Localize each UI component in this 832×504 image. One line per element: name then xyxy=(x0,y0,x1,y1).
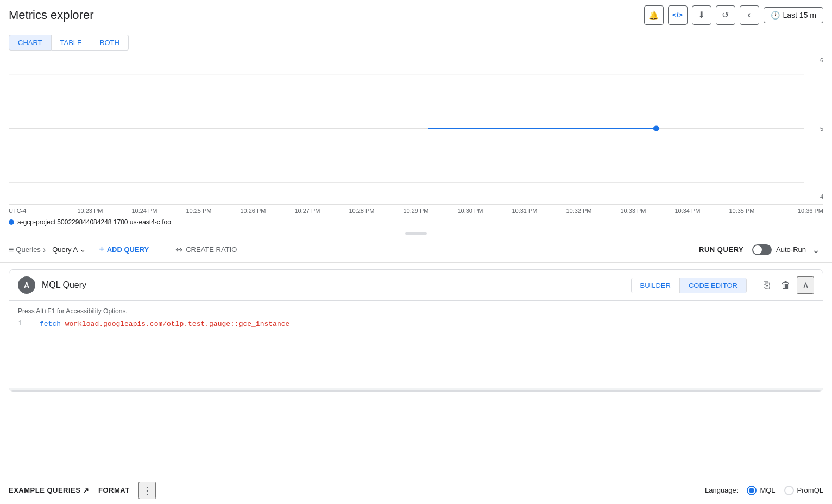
x-label-1025: 10:25 PM xyxy=(172,207,226,214)
chart-section: CHART TABLE BOTH 6 5 4 UTC-4 10:23 PM 10… xyxy=(0,30,832,230)
copy-button[interactable]: ⎘ xyxy=(758,276,775,294)
code-keyword-fetch: fetch xyxy=(40,320,61,328)
create-ratio-label: CREATE RATIO xyxy=(186,245,237,254)
link-icon-button[interactable]: ↺ xyxy=(716,5,735,25)
panel-tab-group: BUILDER CODE EDITOR xyxy=(631,278,747,293)
x-label-1036: 10:36 PM xyxy=(769,207,823,214)
create-ratio-button[interactable]: ↭ CREATE RATIO xyxy=(169,241,243,258)
download-icon: ⬇ xyxy=(698,10,705,20)
code-url: workload.googleapis.com/otlp.test.gauge:… xyxy=(61,320,289,328)
y-label-4: 4 xyxy=(807,193,823,200)
list-icon: ≡ xyxy=(9,245,14,255)
breadcrumb: ≡ Queries › xyxy=(9,245,46,255)
chart-x-axis: UTC-4 10:23 PM 10:24 PM 10:25 PM 10:26 P… xyxy=(9,205,823,215)
y-label-5: 5 xyxy=(807,125,823,132)
x-label-1031: 10:31 PM xyxy=(497,207,552,214)
x-label-1027: 10:27 PM xyxy=(280,207,335,214)
x-label-1032: 10:32 PM xyxy=(552,207,606,214)
toggle-switch[interactable] xyxy=(752,244,772,255)
query-toolbar: ≡ Queries › Query A ⌄ + ADD QUERY ↭ CREA… xyxy=(0,237,832,263)
x-label-1034: 10:34 PM xyxy=(660,207,715,214)
time-range-label: Last 15 m xyxy=(783,11,816,20)
panel-header-icons: ⎘ 🗑 ∧ xyxy=(758,276,814,294)
add-query-label: ADD QUERY xyxy=(107,245,149,254)
code-icon-button[interactable]: </> xyxy=(668,5,688,25)
app-header: Metrics explorer 🔔 </> ⬇ ↺ ‹ 🕐 Last 15 m xyxy=(0,0,832,30)
code-content-1: fetch workload.googleapis.com/otlp.test.… xyxy=(40,320,289,328)
x-label-1030: 10:30 PM xyxy=(443,207,497,214)
query-avatar: A xyxy=(18,276,35,294)
x-label-utc: UTC-4 xyxy=(9,207,63,214)
code-hint: Press Alt+F1 for Accessibility Options. xyxy=(9,305,823,319)
code-editor[interactable]: Press Alt+F1 for Accessibility Options. … xyxy=(9,301,823,388)
x-label-1029: 10:29 PM xyxy=(389,207,443,214)
alert-icon: 🔔 xyxy=(648,10,659,20)
chart-area: 6 5 4 xyxy=(9,53,823,205)
collapse-panel-button[interactable]: ‹ xyxy=(740,5,759,25)
x-label-1035: 10:35 PM xyxy=(715,207,769,214)
add-query-button[interactable]: + ADD QUERY xyxy=(92,241,155,259)
alert-icon-button[interactable]: 🔔 xyxy=(644,5,664,25)
chevron-down-icon: ⌄ xyxy=(80,245,86,254)
auto-run-toggle[interactable]: Auto-Run xyxy=(752,244,806,255)
queries-label: Queries xyxy=(16,245,41,254)
collapse-button[interactable]: ∧ xyxy=(797,276,814,294)
x-label-1033: 10:33 PM xyxy=(606,207,660,214)
legend-label: a-gcp-project 500229844084248 1700 us-ea… xyxy=(17,218,171,226)
x-label-1024: 10:24 PM xyxy=(117,207,172,214)
app-title: Metrics explorer xyxy=(9,8,93,22)
expand-button[interactable]: ⌄ xyxy=(808,242,823,257)
chevron-left-icon: ‹ xyxy=(748,9,751,21)
copy-icon: ⎘ xyxy=(764,280,770,291)
x-label-1028: 10:28 PM xyxy=(335,207,389,214)
run-query-button[interactable]: RUN QUERY xyxy=(692,242,750,257)
toolbar-divider xyxy=(162,243,162,256)
download-icon-button[interactable]: ⬇ xyxy=(692,5,711,25)
delete-icon: 🗑 xyxy=(781,280,791,291)
ratio-icon: ↭ xyxy=(175,244,182,255)
chart-svg xyxy=(9,53,804,204)
auto-run-label: Auto-Run xyxy=(776,245,806,254)
chart-tab-table[interactable]: TABLE xyxy=(52,35,91,51)
query-a-button[interactable]: Query A ⌄ xyxy=(48,243,90,256)
link-icon: ↺ xyxy=(722,10,729,20)
x-label-1023: 10:23 PM xyxy=(63,207,117,214)
code-line-1: 1 fetch workload.googleapis.com/otlp.tes… xyxy=(9,319,823,329)
chart-y-axis: 6 5 4 xyxy=(807,53,823,204)
query-panel-header: A MQL Query BUILDER CODE EDITOR ⎘ 🗑 ∧ xyxy=(9,270,823,301)
code-editor-tab[interactable]: CODE EDITOR xyxy=(680,278,746,293)
chart-tab-chart[interactable]: CHART xyxy=(9,35,52,51)
delete-button[interactable]: 🗑 xyxy=(777,276,795,294)
chart-legend: a-gcp-project 500229844084248 1700 us-ea… xyxy=(9,215,823,230)
header-actions: 🔔 </> ⬇ ↺ ‹ 🕐 Last 15 m xyxy=(644,5,823,25)
y-label-6: 6 xyxy=(807,57,823,64)
query-a-label: Query A xyxy=(52,245,78,254)
run-query-label: RUN QUERY xyxy=(699,245,743,254)
builder-tab[interactable]: BUILDER xyxy=(632,278,680,293)
drag-handle-bar xyxy=(405,232,427,235)
query-panel-title: MQL Query xyxy=(42,280,625,290)
toggle-knob xyxy=(753,245,762,254)
breadcrumb-chevron-icon: › xyxy=(43,245,46,255)
collapse-icon: ∧ xyxy=(802,279,809,291)
svg-point-4 xyxy=(653,126,659,131)
code-icon: </> xyxy=(672,11,683,19)
legend-color-dot xyxy=(9,219,14,225)
chart-tabs: CHART TABLE BOTH xyxy=(9,35,823,51)
x-label-1026: 10:26 PM xyxy=(226,207,280,214)
mql-query-panel: A MQL Query BUILDER CODE EDITOR ⎘ 🗑 ∧ Pr… xyxy=(9,269,823,392)
time-range-button[interactable]: 🕐 Last 15 m xyxy=(764,7,823,23)
plus-icon: + xyxy=(99,244,105,255)
clock-icon: 🕐 xyxy=(771,11,780,20)
editor-scrollbar[interactable] xyxy=(9,388,823,391)
drag-handle[interactable] xyxy=(0,230,832,237)
chart-tab-both[interactable]: BOTH xyxy=(91,35,129,51)
line-number-1: 1 xyxy=(18,320,31,327)
